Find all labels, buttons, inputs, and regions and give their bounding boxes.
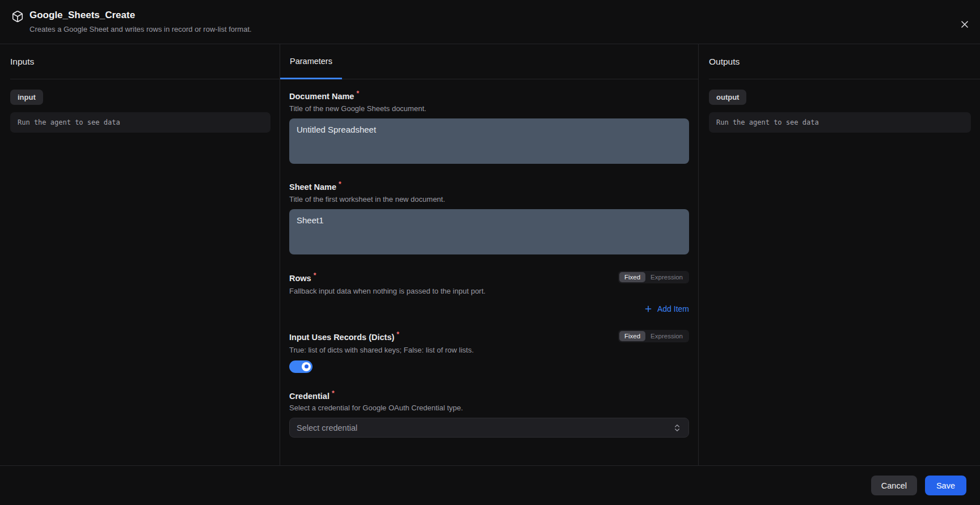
credential-select[interactable]: Select credential: [289, 418, 689, 438]
cancel-button[interactable]: Cancel: [871, 476, 917, 495]
parameters-panel: Parameters Document Name* Title of the n…: [280, 44, 699, 465]
records-mode-fixed[interactable]: Fixed: [619, 331, 645, 341]
modal-body: Inputs input Run the agent to see data P…: [0, 44, 980, 465]
sheet-name-label: Sheet Name*: [289, 180, 341, 192]
required-marker: *: [356, 90, 359, 97]
sheet-name-helper: Title of the first worksheet in the new …: [289, 195, 689, 203]
sheet-name-input[interactable]: Sheet1: [289, 209, 689, 254]
rows-label: Rows*: [289, 271, 316, 283]
toggle-knob: [302, 362, 311, 371]
modal-footer: Cancel Save: [0, 465, 980, 505]
required-marker: *: [396, 330, 399, 338]
rows-mode-fixed[interactable]: Fixed: [619, 272, 645, 282]
inputs-panel: Inputs input Run the agent to see data: [0, 44, 280, 465]
add-item-label: Add Item: [657, 304, 689, 313]
input-port-badge: input: [10, 90, 43, 105]
field-sheet-name: Sheet Name* Title of the first worksheet…: [289, 180, 689, 254]
required-marker: *: [314, 271, 316, 279]
close-button[interactable]: [957, 17, 972, 32]
credential-helper: Select a credential for Google OAuth Cre…: [289, 404, 689, 412]
modal-title: Google_Sheets_Create: [29, 9, 252, 22]
modal-header: Google_Sheets_Create Creates a Google Sh…: [0, 0, 980, 44]
outputs-body: output Run the agent to see data: [699, 79, 980, 143]
document-name-label: Document Name*: [289, 90, 359, 101]
close-icon: [959, 19, 970, 30]
rows-mode-toggle: Fixed Expression: [618, 271, 689, 283]
save-button[interactable]: Save: [925, 476, 966, 495]
document-name-input[interactable]: Untitled Spreadsheet: [289, 118, 689, 164]
field-rows: Rows* Fixed Expression Fallback input da…: [289, 271, 689, 313]
rows-mode-expression[interactable]: Expression: [645, 272, 688, 282]
outputs-panel: Outputs output Run the agent to see data: [699, 44, 980, 465]
records-mode-expression[interactable]: Expression: [645, 331, 688, 341]
inputs-body: input Run the agent to see data: [0, 79, 280, 143]
parameters-form: Document Name* Title of the new Google S…: [280, 79, 698, 465]
outputs-heading: Outputs: [709, 44, 980, 79]
output-port-badge: output: [709, 90, 746, 105]
box-icon: [11, 10, 24, 23]
records-toggle-switch[interactable]: [289, 360, 312, 373]
plus-icon: [644, 304, 653, 313]
input-uses-records-label: Input Uses Records (Dicts)*: [289, 330, 399, 342]
input-data-placeholder: Run the agent to see data: [10, 112, 271, 133]
field-credential: Credential* Select a credential for Goog…: [289, 389, 689, 438]
input-uses-records-helper: True: list of dicts with shared keys; Fa…: [289, 346, 689, 354]
chevrons-up-down-icon: [673, 423, 682, 432]
parameters-tabbar: Parameters: [280, 44, 698, 79]
modal-subtitle: Creates a Google Sheet and writes rows i…: [29, 25, 252, 33]
credential-label: Credential*: [289, 389, 335, 401]
output-data-placeholder: Run the agent to see data: [709, 112, 971, 133]
tab-parameters[interactable]: Parameters: [280, 44, 342, 79]
required-marker: *: [339, 180, 341, 188]
add-item-button[interactable]: Add Item: [644, 304, 689, 313]
header-text: Google_Sheets_Create Creates a Google Sh…: [29, 9, 252, 33]
document-name-helper: Title of the new Google Sheets document.: [289, 104, 689, 113]
required-marker: *: [332, 389, 335, 397]
credential-select-placeholder: Select credential: [297, 423, 357, 432]
field-document-name: Document Name* Title of the new Google S…: [289, 90, 689, 164]
field-input-uses-records: Input Uses Records (Dicts)* Fixed Expres…: [289, 330, 689, 373]
inputs-heading: Inputs: [10, 44, 280, 79]
rows-helper: Fallback input data when nothing is pass…: [289, 287, 689, 295]
records-mode-toggle: Fixed Expression: [618, 330, 689, 342]
node-config-modal: Google_Sheets_Create Creates a Google Sh…: [0, 0, 980, 505]
